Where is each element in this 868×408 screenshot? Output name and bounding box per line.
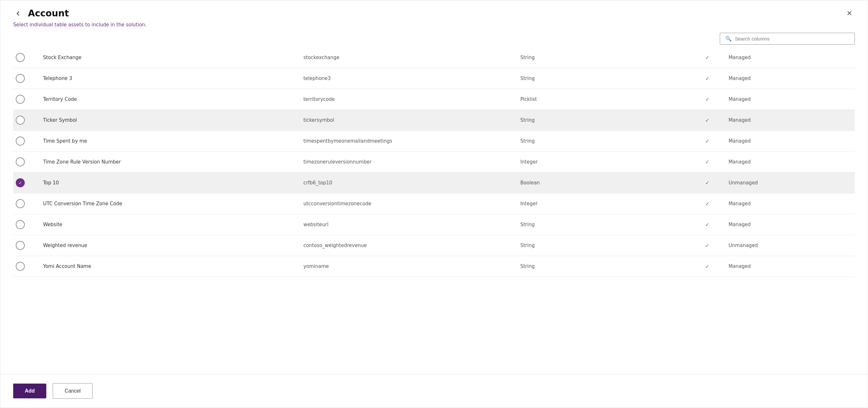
row-logical-name: contoso_weightedrevenue: [300, 235, 517, 256]
row-checkbox-cell: ✓: [13, 172, 39, 194]
row-managed: Unmanaged: [724, 172, 855, 194]
customizable-check-icon: ✓: [705, 75, 709, 81]
row-type: String: [516, 214, 690, 235]
row-checkbox[interactable]: [16, 95, 25, 104]
row-customizable: ✓: [690, 151, 724, 172]
table-row[interactable]: Yomi Account NameyominameString✓Managed: [13, 256, 855, 277]
dialog-footer: Add Cancel: [0, 374, 868, 408]
row-display-name: Telephone 3: [39, 68, 300, 89]
row-checkbox-cell: [13, 131, 39, 151]
table-row[interactable]: UTC Conversion Time Zone Codeutcconversi…: [13, 194, 855, 214]
row-logical-name: websiteurl: [300, 214, 517, 235]
row-customizable: ✓: [690, 68, 724, 89]
row-logical-name: yominame: [300, 256, 517, 277]
row-managed: Managed: [724, 68, 855, 89]
row-checkbox[interactable]: ✓: [16, 178, 25, 187]
row-checkbox-cell: [13, 256, 39, 277]
row-display-name: Ticker Symbol: [39, 110, 300, 131]
row-checkbox-cell: [13, 151, 39, 172]
row-logical-name: tickersymbol: [300, 110, 517, 131]
row-display-name: UTC Conversion Time Zone Code: [39, 194, 300, 214]
customizable-check-icon: ✓: [705, 138, 709, 144]
row-type: String: [516, 47, 690, 68]
row-customizable: ✓: [690, 172, 724, 194]
add-button[interactable]: Add: [13, 383, 46, 398]
row-type: String: [516, 110, 690, 131]
row-checkbox-cell: [13, 89, 39, 110]
search-area: 🔍: [0, 28, 868, 47]
customizable-check-icon: ✓: [705, 96, 709, 102]
row-customizable: ✓: [690, 131, 724, 151]
search-box: 🔍: [720, 33, 855, 45]
row-logical-name: stockexchange: [300, 47, 517, 68]
table-row[interactable]: ✓Top 10crfb6_top10Boolean✓Unmanaged: [13, 172, 855, 194]
dialog-header: Account ✕: [0, 0, 868, 19]
table-row[interactable]: Telephone 3telephone3String✓Managed: [13, 68, 855, 89]
row-checkbox-cell: [13, 47, 39, 68]
row-customizable: ✓: [690, 110, 724, 131]
table-row[interactable]: Ticker SymboltickersymbolString✓Managed: [13, 110, 855, 131]
row-managed: Managed: [724, 89, 855, 110]
row-checkbox[interactable]: [16, 116, 25, 125]
table-row[interactable]: Stock ExchangestockexchangeString✓Manage…: [13, 47, 855, 68]
row-logical-name: utcconversiontimezonecode: [300, 194, 517, 214]
checkmark-icon: ✓: [19, 180, 22, 185]
row-checkbox[interactable]: [16, 74, 25, 83]
row-checkbox-cell: [13, 110, 39, 131]
columns-table: Stock ExchangestockexchangeString✓Manage…: [13, 47, 855, 277]
row-customizable: ✓: [690, 47, 724, 68]
row-customizable: ✓: [690, 89, 724, 110]
row-managed: Managed: [724, 194, 855, 214]
header-left: Account: [13, 8, 69, 19]
row-display-name: Weighted revenue: [39, 235, 300, 256]
row-display-name: Time Spent by me: [39, 131, 300, 151]
row-checkbox[interactable]: [16, 158, 25, 166]
customizable-check-icon: ✓: [705, 55, 709, 61]
table-row[interactable]: Time Spent by metimespentbymeonemailandm…: [13, 131, 855, 151]
dialog-title: Account: [28, 8, 69, 19]
customizable-check-icon: ✓: [705, 117, 709, 123]
row-display-name: Yomi Account Name: [39, 256, 300, 277]
row-managed: Managed: [724, 110, 855, 131]
row-checkbox-cell: [13, 214, 39, 235]
row-managed: Unmanaged: [724, 235, 855, 256]
search-input[interactable]: [735, 36, 849, 41]
table-row[interactable]: Time Zone Rule Version Numbertimezonerul…: [13, 151, 855, 172]
table-container: Stock ExchangestockexchangeString✓Manage…: [0, 47, 868, 374]
row-type: String: [516, 256, 690, 277]
row-checkbox[interactable]: [16, 199, 25, 208]
row-logical-name: timespentbymeonemailandmeetings: [300, 131, 517, 151]
row-checkbox[interactable]: [16, 53, 25, 62]
back-button[interactable]: [13, 9, 23, 18]
row-display-name: Time Zone Rule Version Number: [39, 151, 300, 172]
customizable-check-icon: ✓: [705, 159, 709, 165]
dialog: Account ✕ Select individual table assets…: [0, 0, 868, 408]
row-checkbox[interactable]: [16, 220, 25, 229]
customizable-check-icon: ✓: [705, 180, 709, 186]
row-customizable: ✓: [690, 194, 724, 214]
row-checkbox[interactable]: [16, 241, 25, 250]
row-customizable: ✓: [690, 214, 724, 235]
row-checkbox[interactable]: [16, 262, 25, 271]
dialog-subtitle: Select individual table assets to includ…: [0, 19, 868, 28]
table-row[interactable]: Weighted revenuecontoso_weightedrevenueS…: [13, 235, 855, 256]
row-logical-name: crfb6_top10: [300, 172, 517, 194]
subtitle-text-plain: Select: [13, 22, 30, 28]
row-managed: Managed: [724, 151, 855, 172]
row-managed: Managed: [724, 214, 855, 235]
table-row[interactable]: WebsitewebsiteurlString✓Managed: [13, 214, 855, 235]
close-button[interactable]: ✕: [844, 9, 855, 18]
cancel-button[interactable]: Cancel: [53, 383, 93, 399]
customizable-check-icon: ✓: [705, 264, 709, 270]
row-managed: Managed: [724, 131, 855, 151]
row-type: Integer: [516, 151, 690, 172]
row-logical-name: timezoneruleversionnumber: [300, 151, 517, 172]
table-row[interactable]: Territory CodeterritorycodePicklist✓Mana…: [13, 89, 855, 110]
row-logical-name: telephone3: [300, 68, 517, 89]
row-managed: Managed: [724, 256, 855, 277]
row-display-name: Website: [39, 214, 300, 235]
row-checkbox-cell: [13, 68, 39, 89]
row-managed: Managed: [724, 47, 855, 68]
row-checkbox[interactable]: [16, 137, 25, 145]
subtitle-text-end: to include in the solution.: [84, 22, 147, 28]
